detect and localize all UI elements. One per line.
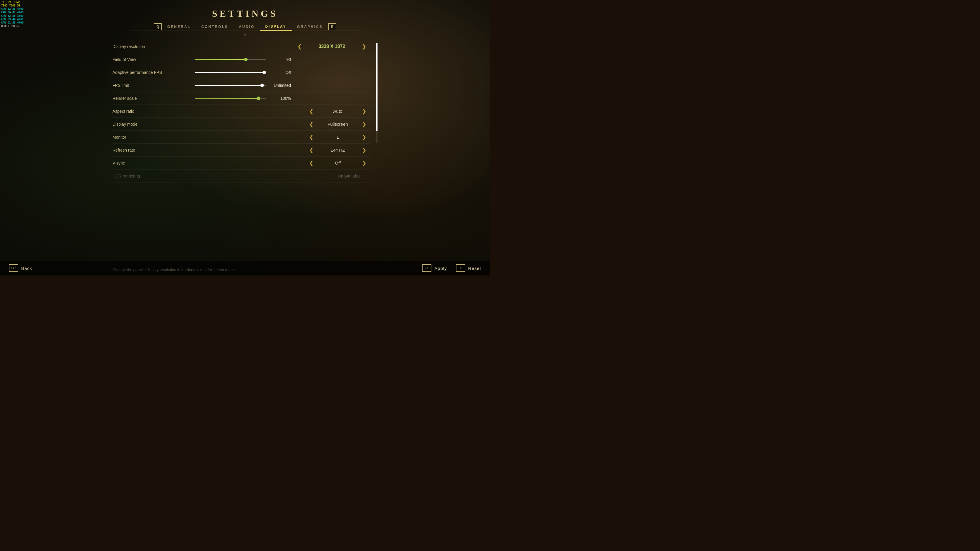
- setting-value-field-of-view: 90: [270, 57, 291, 62]
- setting-value-refresh-rate: 144 HZ: [317, 148, 358, 152]
- settings-list: Display resolution ❮ 3328 X 1872 ❯ Field…: [113, 40, 370, 261]
- debug-overlay: 71 99 1045 7392 7000 58 CPU 62 56 4700 C…: [0, 0, 25, 29]
- arrow-right-display-resolution[interactable]: ❯: [358, 44, 370, 49]
- setting-control-fps-limit: Unlimited: [195, 83, 370, 88]
- setting-label-field-of-view: Field of View: [113, 57, 195, 62]
- setting-control-monitor: ❮ 1 ❯: [195, 135, 370, 140]
- setting-label-refresh-rate: Refresh rate: [113, 148, 195, 152]
- setting-row-adaptive-fps: Adaptive performance FPS Off: [113, 66, 370, 79]
- arrow-left-aspect-ratio[interactable]: ❮: [305, 109, 317, 114]
- settings-panel: SETTINGS Q GENERAL CONTROLS AUDIO DISPLA…: [0, 0, 490, 275]
- setting-control-field-of-view: 90: [195, 57, 370, 62]
- setting-control-display-resolution: ❮ 3328 X 1872 ❯: [195, 44, 370, 49]
- setting-row-render-scale: Render scale 100%: [113, 92, 370, 105]
- slider-fill-adaptive-fps: [195, 72, 264, 73]
- setting-row-field-of-view: Field of View 90: [113, 53, 370, 66]
- setting-label-monitor: Monitor: [113, 135, 195, 140]
- setting-row-aspect-ratio: Aspect ratio ❮ Auto ❯: [113, 105, 370, 118]
- setting-value-display-mode: Fullscreen: [317, 122, 358, 127]
- arrow-right-v-sync[interactable]: ❯: [358, 160, 370, 166]
- setting-value-monitor: 1: [317, 135, 358, 140]
- slider-thumb-fps-limit: [260, 84, 264, 87]
- setting-control-render-scale: 100%: [195, 96, 370, 101]
- reset-label: Reset: [468, 266, 481, 271]
- arrow-left-v-sync[interactable]: ❮: [305, 160, 317, 166]
- slider-track-render-scale[interactable]: [195, 98, 266, 98]
- tab-general[interactable]: GENERAL: [162, 23, 196, 30]
- slider-fill-render-scale: [195, 98, 259, 98]
- setting-value-adaptive-fps: Off: [270, 70, 291, 75]
- back-action[interactable]: Esc Back: [9, 264, 32, 272]
- setting-label-display-resolution: Display resolution: [113, 44, 195, 49]
- setting-control-aspect-ratio: ❮ Auto ❯: [195, 109, 370, 114]
- tab-display[interactable]: DISPLAY: [260, 23, 292, 31]
- scrollbar-track[interactable]: [376, 43, 377, 143]
- setting-control-adaptive-fps: Off: [195, 70, 370, 75]
- slider-fill-field-of-view: [195, 59, 246, 60]
- setting-row-display-mode: Display mode ❮ Fullscreen ❯: [113, 118, 370, 131]
- setting-label-hdr-rendering: HDR rendering: [113, 174, 195, 178]
- tab-controls[interactable]: CONTROLS: [196, 23, 234, 30]
- setting-control-v-sync: ❮ Off ❯: [195, 160, 370, 166]
- setting-row-monitor: Monitor ❮ 1 ❯: [113, 131, 370, 144]
- bottom-right-actions: ⏎ Apply G Reset: [422, 264, 481, 272]
- setting-label-adaptive-fps: Adaptive performance FPS: [113, 70, 195, 75]
- slider-track-adaptive-fps[interactable]: [195, 72, 266, 73]
- tab-chevron-icon: ⌄: [243, 31, 247, 37]
- setting-label-display-mode: Display mode: [113, 122, 195, 127]
- back-label: Back: [21, 266, 32, 271]
- slider-thumb-render-scale: [257, 97, 260, 100]
- setting-value-v-sync: Off: [317, 160, 358, 165]
- nav-key-right[interactable]: E: [328, 23, 336, 30]
- bottom-bar: Esc Back ⏎ Apply G Reset: [0, 261, 490, 275]
- arrow-right-display-mode[interactable]: ❯: [358, 122, 370, 127]
- nav-tabs: Q GENERAL CONTROLS AUDIO DISPLAY GRAPHIC…: [130, 23, 360, 31]
- arrow-left-monitor[interactable]: ❮: [305, 135, 317, 140]
- arrow-right-monitor[interactable]: ❯: [358, 135, 370, 140]
- arrow-left-display-resolution[interactable]: ❮: [294, 44, 305, 49]
- slider-thumb-field-of-view: [244, 58, 248, 61]
- slider-thumb-adaptive-fps: [262, 71, 266, 74]
- reset-action[interactable]: G Reset: [456, 264, 481, 272]
- page-title: SETTINGS: [212, 8, 278, 19]
- arrow-right-refresh-rate[interactable]: ❯: [358, 148, 370, 153]
- back-key: Esc: [9, 264, 18, 272]
- setting-label-v-sync: V-sync: [113, 161, 195, 165]
- setting-value-hdr-rendering: Unavailable: [329, 173, 370, 178]
- arrow-left-refresh-rate[interactable]: ❮: [305, 148, 317, 153]
- setting-value-render-scale: 100%: [270, 96, 291, 101]
- apply-label: Apply: [434, 266, 447, 271]
- setting-row-display-resolution: Display resolution ❮ 3328 X 1872 ❯: [113, 40, 370, 53]
- setting-value-aspect-ratio: Auto: [317, 109, 358, 114]
- scrollbar-thumb[interactable]: [376, 43, 377, 131]
- apply-action[interactable]: ⏎ Apply: [422, 264, 447, 272]
- setting-control-refresh-rate: ❮ 144 HZ ❯: [195, 148, 370, 153]
- setting-row-fps-limit: FPS limit Unlimited: [113, 79, 370, 92]
- setting-label-fps-limit: FPS limit: [113, 83, 195, 88]
- nav-key-left[interactable]: Q: [154, 23, 162, 30]
- slider-track-field-of-view[interactable]: [195, 59, 266, 60]
- tab-audio[interactable]: AUDIO: [234, 23, 260, 30]
- setting-value-display-resolution: 3328 X 1872: [308, 44, 355, 49]
- slider-track-fps-limit[interactable]: [195, 85, 266, 86]
- arrow-right-aspect-ratio[interactable]: ❯: [358, 109, 370, 114]
- reset-key: G: [456, 264, 465, 272]
- setting-label-render-scale: Render scale: [113, 96, 195, 101]
- tab-graphics[interactable]: GRAPHICS: [292, 23, 328, 30]
- setting-label-aspect-ratio: Aspect ratio: [113, 109, 195, 114]
- setting-control-display-mode: ❮ Fullscreen ❯: [195, 122, 370, 127]
- setting-row-hdr-rendering: HDR rendering Unavailable: [113, 170, 370, 183]
- setting-row-refresh-rate: Refresh rate ❮ 144 HZ ❯: [113, 144, 370, 157]
- tab-indicator: ⌄: [0, 31, 490, 37]
- arrow-left-display-mode[interactable]: ❮: [305, 122, 317, 127]
- setting-control-hdr-rendering: Unavailable: [195, 173, 370, 178]
- setting-value-fps-limit: Unlimited: [270, 83, 291, 88]
- apply-key: ⏎: [422, 264, 431, 272]
- setting-row-v-sync: V-sync ❮ Off ❯: [113, 157, 370, 170]
- settings-content: Display resolution ❮ 3328 X 1872 ❯ Field…: [113, 40, 377, 261]
- slider-fill-fps-limit: [195, 85, 262, 86]
